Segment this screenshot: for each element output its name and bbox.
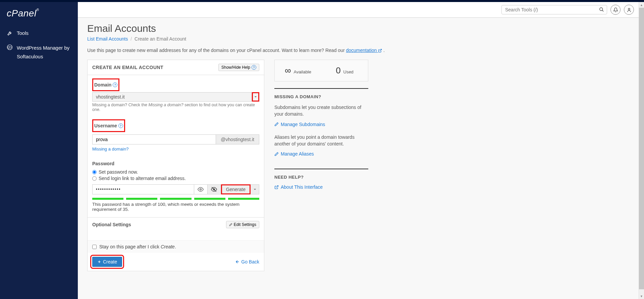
search-input[interactable] xyxy=(501,5,607,14)
password-input[interactable] xyxy=(92,184,194,194)
used-value: 0 xyxy=(336,65,340,75)
search-icon[interactable] xyxy=(599,7,604,12)
stayon-checkbox[interactable] xyxy=(92,245,97,249)
strength-text: This password has a strength of 100, whi… xyxy=(92,202,259,212)
svg-point-1 xyxy=(600,8,603,11)
generate-button[interactable]: Generate xyxy=(221,184,251,194)
password-radio-now[interactable]: Set password now. xyxy=(92,169,259,175)
sidebar-item-label: Tools xyxy=(17,30,29,36)
sidebar: cPanel® Tools WordPress Manager by Softa… xyxy=(0,2,78,299)
sidebar-item-wordpress[interactable]: WordPress Manager by Softaculous xyxy=(0,40,78,65)
page-description: Use this page to create new email addres… xyxy=(87,48,635,53)
documentation-link[interactable]: documentation xyxy=(346,48,382,53)
scrollbar-thumb[interactable] xyxy=(639,8,644,289)
available-value: ∞ xyxy=(285,65,291,75)
sidebar-item-tools[interactable]: Tools xyxy=(0,25,78,40)
user-button[interactable] xyxy=(624,5,634,15)
available-label: Available xyxy=(293,69,311,74)
search-box xyxy=(501,5,607,14)
create-button[interactable]: Create xyxy=(92,257,122,267)
scroll-down-icon[interactable]: ▼ xyxy=(639,293,644,299)
breadcrumb-link[interactable]: List Email Accounts xyxy=(87,36,128,42)
goback-link[interactable]: Go Back xyxy=(235,259,259,264)
eye-hide-icon[interactable] xyxy=(208,184,221,194)
password-label: Password xyxy=(92,161,114,166)
eye-show-icon[interactable] xyxy=(194,184,208,194)
aliases-text: Aliases let you point a domain towards a… xyxy=(274,134,368,147)
sidebar-item-label: WordPress Manager by Softaculous xyxy=(17,44,71,61)
missing-domain-link[interactable]: Missing a domain? xyxy=(92,146,128,152)
manage-subdomains-link[interactable]: Manage Subdomains xyxy=(274,122,325,127)
svg-point-3 xyxy=(200,189,202,190)
optional-title: Optional Settings xyxy=(92,222,131,227)
help-icon[interactable]: ? xyxy=(113,82,117,87)
breadcrumb: List Email Accounts / Create an Email Ac… xyxy=(87,36,635,42)
top-header xyxy=(78,2,644,18)
notifications-button[interactable] xyxy=(610,5,621,15)
stats-box: ∞ Available 0 Used xyxy=(274,60,368,81)
subdomains-text: Subdomains let you create subsections of… xyxy=(274,104,368,118)
breadcrumb-current: Create an Email Account xyxy=(135,36,186,42)
username-label: Username ? xyxy=(94,123,123,128)
username-addon: @vhostingtest.it xyxy=(216,134,259,144)
page-title: Email Accounts xyxy=(87,23,635,34)
wrench-icon xyxy=(7,30,13,36)
password-radio-link[interactable]: Send login link to alternate email addre… xyxy=(92,176,259,181)
generate-caret[interactable] xyxy=(251,184,259,194)
create-panel: CREATE AN EMAIL ACCOUNT Show/Hide Help ?… xyxy=(87,60,264,271)
need-help-heading: NEED HELP? xyxy=(274,175,368,180)
help-icon: ? xyxy=(252,65,256,70)
used-label: Used xyxy=(343,69,354,74)
svg-point-2 xyxy=(628,8,630,10)
panel-title: CREATE AN EMAIL ACCOUNT xyxy=(92,65,163,70)
scrollbar[interactable]: ▲ ▼ xyxy=(639,2,644,299)
about-interface-link[interactable]: About This Interface xyxy=(274,184,323,190)
edit-settings-button[interactable]: Edit Settings xyxy=(226,221,259,228)
help-toggle-button[interactable]: Show/Hide Help ? xyxy=(218,64,259,71)
domain-select-caret[interactable] xyxy=(252,92,259,102)
logo: cPanel® xyxy=(0,2,78,25)
strength-bar xyxy=(92,198,259,200)
help-icon[interactable]: ? xyxy=(118,123,123,128)
domain-hint: Missing a domain? Check the Missing a do… xyxy=(92,103,259,112)
domain-label: Domain ? xyxy=(94,82,117,87)
domain-select-value[interactable]: vhostingtest.it xyxy=(92,92,252,102)
manage-aliases-link[interactable]: Manage Aliases xyxy=(274,151,314,157)
wordpress-icon xyxy=(7,44,13,50)
missing-domain-heading: MISSING A DOMAIN? xyxy=(274,94,368,99)
username-input[interactable] xyxy=(92,134,216,144)
stayon-label: Stay on this page after I click Create. xyxy=(99,244,176,249)
scroll-up-icon[interactable]: ▲ xyxy=(639,2,644,8)
